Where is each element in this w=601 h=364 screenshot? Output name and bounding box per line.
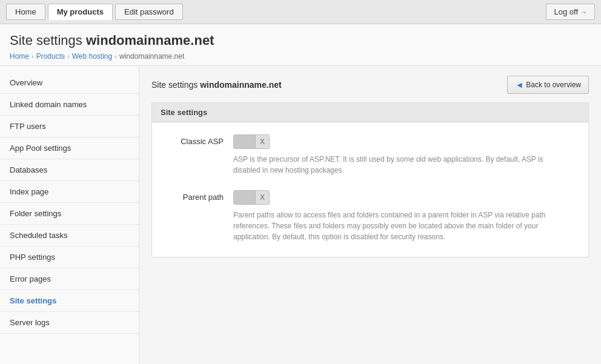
parent-path-label: Parent path bbox=[161, 190, 233, 202]
parent-path-toggle-off bbox=[234, 191, 255, 204]
content-header: Site settings windomainname.net ◄ Back t… bbox=[151, 76, 589, 94]
settings-panel-body: Classic ASP X ASP is the precursor of AS… bbox=[152, 122, 588, 257]
parent-path-toggle[interactable]: X bbox=[233, 190, 270, 205]
breadcrumb: Home › Products › Web hosting › windomai… bbox=[10, 52, 591, 61]
tab-my-products[interactable]: My products bbox=[48, 4, 113, 20]
sidebar-item-error-pages[interactable]: Error pages bbox=[0, 268, 139, 290]
sidebar-item-ftp-users[interactable]: FTP users bbox=[0, 116, 139, 137]
sidebar-item-index-page[interactable]: Index page bbox=[0, 181, 139, 203]
parent-path-description: Parent paths allow to access files and f… bbox=[233, 210, 548, 242]
breadcrumb-sep-3: › bbox=[115, 53, 117, 60]
classic-asp-toggle-off bbox=[234, 135, 255, 148]
back-arrow-icon: ◄ bbox=[515, 80, 523, 90]
breadcrumb-sep-1: › bbox=[32, 53, 34, 60]
parent-path-control: X Parent paths allow to access files and… bbox=[233, 190, 580, 242]
settings-panel-header: Site settings bbox=[152, 103, 588, 122]
sidebar-item-linked-domain-names[interactable]: Linked domain names bbox=[0, 94, 139, 116]
sidebar-item-app-pool-settings[interactable]: App Pool settings bbox=[0, 137, 139, 159]
classic-asp-description: ASP is the precursor of ASP.NET. It is s… bbox=[233, 154, 548, 176]
sidebar-item-overview[interactable]: Overview bbox=[0, 72, 139, 94]
classic-asp-toggle[interactable]: X bbox=[233, 134, 270, 149]
sidebar-item-folder-settings[interactable]: Folder settings bbox=[0, 203, 139, 225]
page-title: Site settings windomainname.net bbox=[10, 33, 591, 48]
sidebar-item-databases[interactable]: Databases bbox=[0, 159, 139, 181]
classic-asp-control: X ASP is the precursor of ASP.NET. It is… bbox=[233, 134, 580, 176]
tab-home[interactable]: Home bbox=[6, 4, 45, 20]
breadcrumb-sep-2: › bbox=[67, 53, 70, 60]
sidebar-item-site-settings[interactable]: Site settings bbox=[0, 290, 139, 312]
page-header: Site settings windomainname.net Home › P… bbox=[0, 24, 601, 66]
parent-path-toggle-container: X bbox=[233, 190, 580, 205]
classic-asp-toggle-x: X bbox=[255, 135, 269, 148]
breadcrumb-products[interactable]: Products bbox=[36, 52, 65, 61]
breadcrumb-home[interactable]: Home bbox=[10, 52, 29, 61]
top-navigation: Home My products Edit password Log off → bbox=[0, 0, 601, 24]
classic-asp-toggle-container: X bbox=[233, 134, 580, 149]
parent-path-toggle-x: X bbox=[255, 191, 269, 204]
classic-asp-row: Classic ASP X ASP is the precursor of AS… bbox=[161, 134, 580, 176]
sidebar: Overview Linked domain names FTP users A… bbox=[0, 66, 139, 364]
settings-panel: Site settings Classic ASP X ASP is the p… bbox=[151, 102, 589, 257]
parent-path-row: Parent path X Parent paths allow to acce… bbox=[161, 190, 580, 242]
logoff-arrow-icon: → bbox=[580, 8, 587, 16]
classic-asp-label: Classic ASP bbox=[161, 134, 233, 146]
breadcrumb-current: windomainname.net bbox=[119, 52, 184, 61]
logoff-button[interactable]: Log off → bbox=[546, 4, 595, 20]
back-to-overview-button[interactable]: ◄ Back to overview bbox=[507, 76, 589, 94]
sidebar-item-php-settings[interactable]: PHP settings bbox=[0, 247, 139, 268]
main-layout: Overview Linked domain names FTP users A… bbox=[0, 66, 601, 364]
top-nav-right: Log off → bbox=[546, 4, 595, 20]
tab-edit-password[interactable]: Edit password bbox=[115, 4, 183, 20]
content-title: Site settings windomainname.net bbox=[151, 80, 282, 90]
nav-tabs: Home My products Edit password bbox=[6, 4, 183, 20]
main-content: Site settings windomainname.net ◄ Back t… bbox=[139, 66, 601, 364]
breadcrumb-webhosting[interactable]: Web hosting bbox=[72, 52, 113, 61]
sidebar-item-scheduled-tasks[interactable]: Scheduled tasks bbox=[0, 225, 139, 247]
sidebar-item-server-logs[interactable]: Server logs bbox=[0, 312, 139, 334]
